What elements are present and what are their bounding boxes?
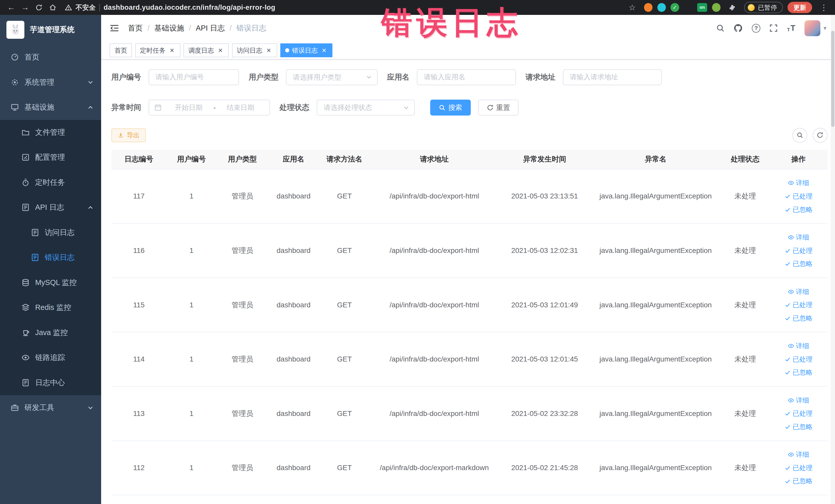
java-icon	[21, 328, 30, 337]
font-size-icon[interactable]: TT	[787, 24, 795, 32]
sidebar-item-system[interactable]: 系统管理	[0, 70, 101, 95]
sidebar-item-access-log[interactable]: 访问日志	[0, 220, 101, 245]
close-icon[interactable]: ×	[168, 47, 176, 54]
detail-link[interactable]: 详细	[788, 178, 809, 187]
check-icon	[785, 424, 791, 430]
user-menu[interactable]: ▾	[805, 20, 827, 36]
action-label: 已忽略	[793, 477, 813, 485]
sidebar-item-config-manage[interactable]: 配置管理	[0, 145, 101, 170]
action-label: 详细	[796, 287, 809, 296]
detail-link[interactable]: 详细	[788, 287, 809, 296]
reload-icon[interactable]	[32, 1, 46, 14]
close-icon[interactable]: ×	[217, 47, 224, 54]
sidebar-item-file-manage[interactable]: 文件管理	[0, 120, 101, 145]
cell-user-id: 1	[166, 192, 217, 200]
browser-menu-icon[interactable]: ⋮	[817, 1, 831, 14]
extension-icon-green-check[interactable]: ✓	[670, 3, 679, 12]
export-button[interactable]: 导出	[111, 128, 146, 142]
extension-icon-colorful-grid[interactable]	[684, 3, 692, 12]
detail-link[interactable]: 详细	[788, 396, 809, 405]
fullscreen-icon[interactable]	[769, 24, 778, 32]
hide-search-button[interactable]	[792, 128, 807, 143]
paused-badge[interactable]: 已暂停	[744, 2, 783, 13]
extension-icon-on-switch[interactable]: on	[697, 3, 707, 12]
app-name-input[interactable]	[417, 69, 516, 85]
home-icon[interactable]	[46, 1, 60, 14]
sidebar-item-redis-monitor[interactable]: Redis 监控	[0, 295, 101, 320]
sidebar-item-log-center[interactable]: 日志中心	[0, 370, 101, 396]
search-button[interactable]: 搜索	[430, 100, 470, 116]
back-icon[interactable]: ←	[4, 1, 18, 14]
sidebar-item-infrastructure[interactable]: 基础设施	[0, 95, 101, 120]
update-button[interactable]: 更新	[788, 2, 812, 13]
detail-link[interactable]: 详细	[788, 450, 809, 459]
extension-icon-leaf[interactable]	[712, 3, 720, 12]
extensions-puzzle-icon[interactable]	[726, 1, 739, 14]
processed-link[interactable]: 已处理	[785, 355, 812, 364]
cell-actions: 详细已处理已忽略	[770, 450, 828, 485]
processed-link[interactable]: 已处理	[785, 463, 812, 472]
processed-link[interactable]: 已处理	[785, 300, 812, 309]
action-label: 详细	[796, 233, 809, 242]
cell-log-id: 112	[111, 464, 167, 472]
detail-link[interactable]: 详细	[788, 341, 809, 350]
sidebar-item-api-log[interactable]: API 日志	[0, 195, 101, 220]
tab-item-0[interactable]: 首页	[109, 43, 132, 57]
sidebar-item-error-log[interactable]: 错误日志	[0, 245, 101, 270]
exception-time-range-picker[interactable]: 开始日期 - 结束日期	[149, 100, 270, 116]
tab-item-1[interactable]: 定时任务×	[135, 43, 180, 57]
column-header: 日志编号	[111, 154, 167, 164]
ignored-link[interactable]: 已忽略	[785, 205, 812, 214]
table-tools	[792, 128, 828, 143]
extension-icon-teal[interactable]	[657, 3, 666, 12]
processed-link[interactable]: 已处理	[785, 409, 812, 418]
close-icon[interactable]: ×	[320, 47, 328, 54]
github-icon[interactable]	[734, 24, 742, 33]
ignored-link[interactable]: 已忽略	[785, 259, 812, 268]
processed-link[interactable]: 已处理	[785, 192, 812, 201]
sidebar-item-home[interactable]: 首页	[0, 45, 101, 70]
help-icon[interactable]: ?	[752, 24, 760, 32]
breadcrumb-item[interactable]: API 日志	[196, 23, 225, 33]
breadcrumb-item[interactable]: 基础设施	[154, 23, 184, 33]
user-id-input[interactable]	[149, 69, 239, 85]
close-icon[interactable]: ×	[265, 47, 272, 54]
app-logo[interactable]: 芋道管理系统	[0, 15, 101, 45]
ignored-link[interactable]: 已忽略	[785, 314, 812, 323]
logo-image	[6, 21, 25, 39]
sidebar-item-mysql-monitor[interactable]: MySQL 监控	[0, 270, 101, 295]
check-icon	[785, 302, 791, 308]
forward-icon[interactable]: →	[18, 1, 32, 14]
sidebar-item-java-monitor[interactable]: Java 监控	[0, 320, 101, 345]
process-status-select[interactable]: 请选择处理状态	[317, 100, 415, 116]
cell-exception-name: java.lang.IllegalArgumentException	[590, 464, 721, 472]
detail-link[interactable]: 详细	[788, 233, 809, 242]
sidebar-item-scheduled-job[interactable]: 定时任务	[0, 170, 101, 195]
request-url-input[interactable]	[563, 69, 662, 85]
refresh-table-button[interactable]	[813, 128, 828, 143]
processed-link[interactable]: 已处理	[785, 246, 812, 255]
sidebar-item-trace[interactable]: 链路追踪	[0, 345, 101, 370]
ignored-link[interactable]: 已忽略	[785, 368, 812, 377]
action-label: 已忽略	[793, 368, 813, 377]
cell-actions: 详细已处理已忽略	[770, 341, 828, 377]
breadcrumb-separator: /	[229, 24, 231, 32]
address-bar[interactable]: 不安全 dashboard.yudao.iocoder.cn/infra/log…	[65, 3, 276, 12]
infra-icon	[11, 103, 19, 112]
search-icon[interactable]	[716, 24, 725, 32]
scrollbar-thumb[interactable]	[831, 31, 834, 126]
breadcrumb-item[interactable]: 首页	[128, 23, 143, 33]
page-scrollbar[interactable]	[831, 15, 835, 504]
user-type-select[interactable]: 请选择用户类型	[286, 69, 378, 85]
extension-icon-orange[interactable]	[644, 3, 652, 12]
reset-button[interactable]: 重置	[478, 100, 518, 116]
tab-item-3[interactable]: 访问日志×	[232, 43, 277, 57]
ignored-link[interactable]: 已忽略	[785, 422, 812, 431]
sidebar-item-dev-tools[interactable]: 研发工具	[0, 395, 101, 420]
cell-actions: 详细已处理已忽略	[770, 396, 828, 431]
sidebar-collapse-icon[interactable]	[109, 24, 119, 32]
tab-item-2[interactable]: 调度日志×	[184, 43, 229, 57]
tab-item-4[interactable]: 错误日志×	[280, 43, 332, 57]
bookmark-star-icon[interactable]: ☆	[625, 1, 639, 14]
ignored-link[interactable]: 已忽略	[785, 477, 812, 485]
